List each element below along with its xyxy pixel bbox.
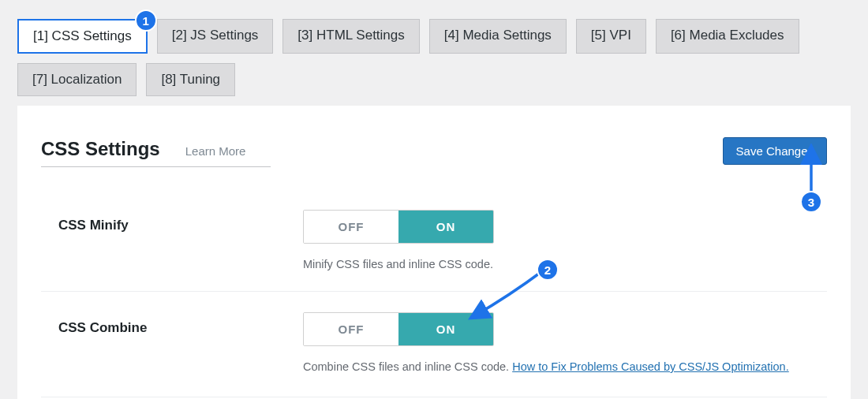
annotation-badge-1: 1 <box>135 9 157 32</box>
tab-tuning[interactable]: [8] Tuning <box>146 63 235 96</box>
tab-css-settings[interactable]: [1] CSS Settings 1 <box>17 19 148 54</box>
tab-localization[interactable]: [7] Localization <box>17 63 137 96</box>
tab-label: [4] Media Settings <box>444 28 552 43</box>
tab-label: [2] JS Settings <box>172 28 259 43</box>
content-panel: CSS Settings Learn More Save Changes CSS… <box>17 106 851 399</box>
tab-label: [6] Media Excludes <box>671 28 784 43</box>
tab-html-settings[interactable]: [3] HTML Settings <box>282 19 419 54</box>
toggle-off[interactable]: OFF <box>304 313 398 345</box>
tab-label: [7] Localization <box>32 72 122 87</box>
save-changes-button[interactable]: Save Changes <box>723 137 827 165</box>
tab-vpi[interactable]: [5] VPI <box>576 19 646 54</box>
tab-label: [8] Tuning <box>161 72 220 87</box>
divider <box>41 397 827 397</box>
tab-js-settings[interactable]: [2] JS Settings <box>157 19 274 54</box>
field-css-minify: CSS Minify OFF ON Minify CSS files and i… <box>41 189 827 292</box>
field-control: OFF ON Minify CSS files and inline CSS c… <box>303 210 827 270</box>
toggle-off[interactable]: OFF <box>304 211 398 243</box>
toggle-on[interactable]: ON <box>398 211 493 243</box>
learn-more-link[interactable]: Learn More <box>185 144 246 158</box>
tab-label: [1] CSS Settings <box>33 28 132 43</box>
field-css-combine: CSS Combine OFF ON Combine CSS files and… <box>41 292 827 393</box>
desc-link[interactable]: How to Fix Problems Caused by CSS/JS Opt… <box>512 360 789 373</box>
field-label: CSS Combine <box>58 312 303 336</box>
toggle-css-minify: OFF ON <box>303 210 494 244</box>
desc-text: Combine CSS files and inline CSS code. <box>303 360 512 373</box>
tabs-row: [1] CSS Settings 1 [2] JS Settings [3] H… <box>17 19 851 96</box>
tab-label: [3] HTML Settings <box>297 28 404 43</box>
title-row: CSS Settings Learn More Save Changes <box>41 137 827 167</box>
settings-page: [1] CSS Settings 1 [2] JS Settings [3] H… <box>0 0 868 399</box>
annotation-badge-3: 3 <box>800 191 822 213</box>
field-control: OFF ON Combine CSS files and inline CSS … <box>303 312 827 373</box>
field-description: Combine CSS files and inline CSS code. H… <box>303 360 827 373</box>
tab-media-excludes[interactable]: [6] Media Excludes <box>656 19 799 54</box>
field-label: CSS Minify <box>58 210 303 233</box>
toggle-on[interactable]: ON <box>398 313 493 345</box>
annotation-badge-2: 2 <box>537 259 559 281</box>
tab-label: [5] VPI <box>591 28 631 43</box>
field-description: Minify CSS files and inline CSS code. <box>303 258 827 270</box>
tab-media-settings[interactable]: [4] Media Settings <box>429 19 567 54</box>
toggle-css-combine: OFF ON <box>303 312 494 346</box>
title-left: CSS Settings Learn More <box>41 138 356 167</box>
